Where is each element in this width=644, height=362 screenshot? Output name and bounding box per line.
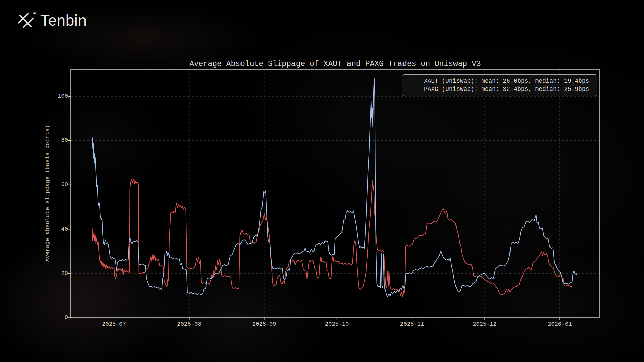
y-tick-label: 20 <box>28 270 68 277</box>
legend-row-paxg: PAXG (Uniswap): mean: 32.4bps, median: 2… <box>406 86 594 93</box>
x-tick-label: 2025-10 <box>317 321 357 327</box>
brand-name: Tenbin <box>40 13 87 28</box>
series-line-xaut <box>92 179 571 297</box>
legend-row-xaut: XAUT (Uniswap): mean: 26.0bps, median: 1… <box>406 78 594 84</box>
y-axis-label: Average absolute slippage (basis points) <box>44 110 54 277</box>
xaut-line-swatch <box>406 81 419 81</box>
x-tick-label: 2025-11 <box>392 321 432 327</box>
x-tick-label: 2025-07 <box>94 321 134 327</box>
y-tick-label: 60 <box>28 181 68 188</box>
brand-logo: Tenbin <box>15 11 87 30</box>
chart-title: Average Absolute Slippage of XAUT and PA… <box>71 60 599 68</box>
x-tick-label: 2025-12 <box>465 321 505 327</box>
tenbin-scale-icon <box>15 11 36 30</box>
y-tick-label: 40 <box>28 226 68 233</box>
x-tick-label: 2025-09 <box>244 321 284 327</box>
y-tick-label: 0 <box>28 314 68 321</box>
paxg-line-swatch <box>406 89 419 89</box>
y-tick-label: 100 <box>28 93 68 100</box>
plot-area <box>71 69 599 318</box>
x-tick-label: 2026-01 <box>540 321 580 327</box>
series-line-paxg <box>92 78 576 297</box>
chart-canvas <box>71 69 599 318</box>
legend-label-paxg: PAXG (Uniswap): mean: 32.4bps, median: 2… <box>424 86 589 93</box>
x-tick-label: 2025-08 <box>169 321 209 327</box>
chart-legend: XAUT (Uniswap): mean: 26.0bps, median: 1… <box>402 74 597 96</box>
y-tick-label: 80 <box>28 137 68 144</box>
legend-label-xaut: XAUT (Uniswap): mean: 26.0bps, median: 1… <box>424 78 589 84</box>
